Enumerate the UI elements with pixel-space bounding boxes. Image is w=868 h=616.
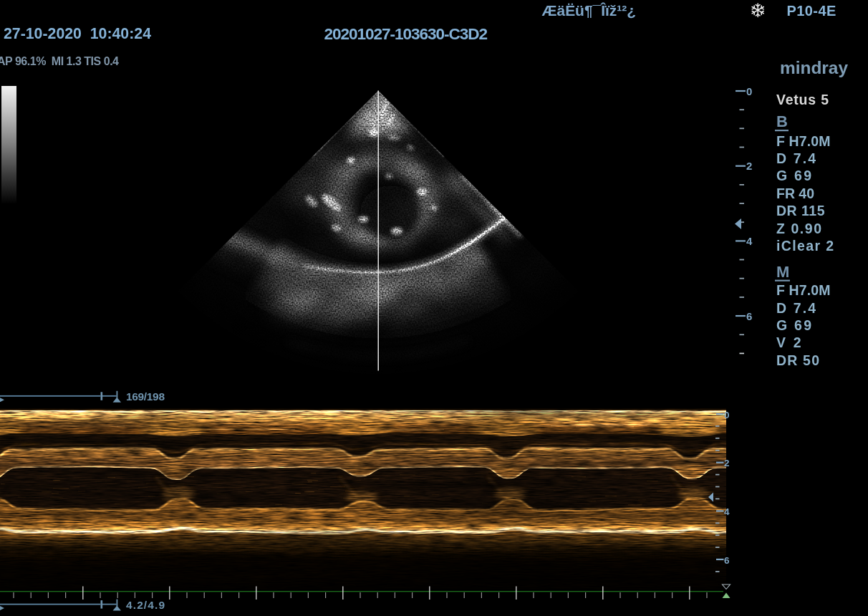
svg-text:0: 0 (746, 85, 752, 97)
svg-text:169/198: 169/198 (126, 390, 165, 403)
svg-text:mindray: mindray (780, 58, 848, 77)
svg-text:M: M (776, 263, 789, 281)
svg-text:D 7.4: D 7.4 (776, 150, 816, 166)
svg-text:G 69: G 69 (776, 317, 811, 333)
svg-text:Vetus 5: Vetus 5 (776, 92, 829, 107)
svg-text:V 2: V 2 (776, 335, 801, 350)
svg-text:6: 6 (724, 555, 730, 566)
svg-text:DR 115: DR 115 (776, 203, 825, 218)
svg-text:P10-4E: P10-4E (786, 3, 836, 19)
svg-text:4: 4 (746, 235, 753, 247)
svg-text:ÆäËü¶¯Îïž¹²¿: ÆäËü¶¯Îïž¹²¿ (542, 2, 637, 19)
svg-text:4: 4 (724, 506, 730, 517)
svg-text:27-10-2020 10:40:24: 27-10-2020 10:40:24 (4, 25, 151, 42)
svg-text:F H7.0M: F H7.0M (776, 133, 831, 149)
svg-text:AP 96.1% MI 1.3 TIS 0.4: AP 96.1% MI 1.3 TIS 0.4 (0, 55, 119, 67)
svg-text:2: 2 (724, 458, 730, 468)
svg-text:6: 6 (746, 310, 752, 322)
svg-text:D 7.4: D 7.4 (776, 300, 816, 316)
svg-text:4.2/4.9: 4.2/4.9 (126, 599, 165, 611)
svg-text:0: 0 (724, 410, 730, 420)
svg-text:2: 2 (746, 160, 752, 172)
svg-text:B: B (776, 112, 788, 130)
svg-text:20201027-103630-C3D2: 20201027-103630-C3D2 (324, 25, 488, 43)
svg-text:F H7.0M: F H7.0M (776, 282, 831, 298)
svg-text:G 69: G 69 (776, 168, 811, 183)
svg-text:DR 50: DR 50 (776, 352, 819, 368)
svg-text:FR 40: FR 40 (776, 186, 814, 201)
